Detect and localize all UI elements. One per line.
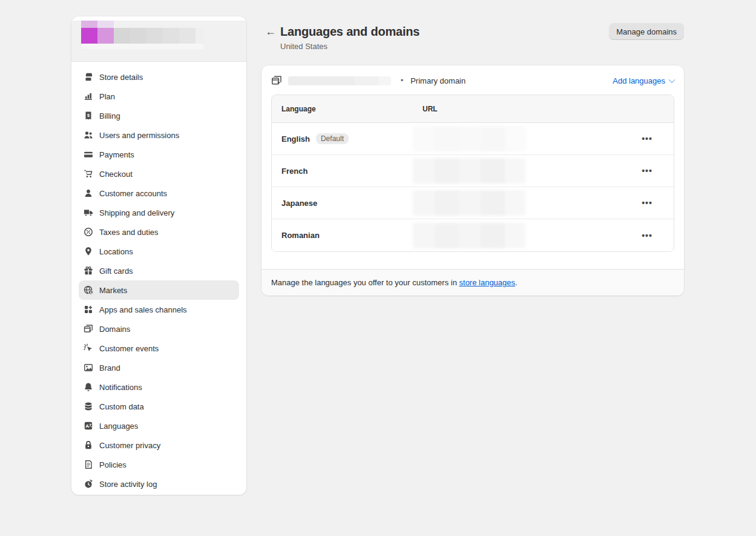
sidebar-item-label: Checkout xyxy=(99,170,133,179)
svg-text:A: A xyxy=(85,423,89,429)
sidebar-item-plan[interactable]: Plan xyxy=(79,87,239,106)
customer-privacy-icon xyxy=(84,440,93,450)
logo-pixel xyxy=(130,28,146,44)
sidebar-item-label: Shipping and delivery xyxy=(99,208,174,217)
url-redacted xyxy=(413,223,525,248)
url-cell xyxy=(413,126,635,151)
language-cell: Romanian xyxy=(272,231,413,240)
page-title: Languages and domains xyxy=(280,23,419,40)
sidebar-item-label: Gift cards xyxy=(99,266,133,276)
brand-icon xyxy=(84,363,93,372)
sidebar-item-label: Store details xyxy=(99,73,143,82)
sidebar-item-label: Billing xyxy=(99,111,120,121)
page: Store detailsPlan$BillingUsers and permi… xyxy=(0,0,756,536)
actions-cell: ••• xyxy=(635,165,674,176)
sidebar-item-store-activity-log[interactable]: Store activity log xyxy=(79,474,239,494)
sidebar-item-markets[interactable]: $Markets xyxy=(79,280,239,300)
back-button[interactable]: ← xyxy=(262,23,279,40)
users-and-permissions-icon xyxy=(84,130,93,140)
logo-pixel xyxy=(196,28,205,44)
sidebar-item-label: Customer events xyxy=(99,344,159,353)
column-header-language: Language xyxy=(272,105,413,113)
sidebar-item-billing[interactable]: $Billing xyxy=(79,106,239,125)
url-redacted xyxy=(413,190,525,216)
language-name: English xyxy=(281,134,310,144)
sidebar-item-shipping-and-delivery[interactable]: Shipping and delivery xyxy=(79,203,239,222)
sidebar-item-label: Policies xyxy=(99,460,127,469)
sidebar-item-label: Markets xyxy=(99,286,127,295)
sidebar-item-users-and-permissions[interactable]: Users and permissions xyxy=(79,125,239,145)
customer-events-icon xyxy=(84,343,93,353)
payments-icon xyxy=(84,150,93,159)
shipping-and-delivery-icon xyxy=(84,208,93,217)
add-languages-label: Add languages xyxy=(613,76,665,85)
sidebar-item-gift-cards[interactable]: Gift cards xyxy=(79,261,239,280)
logo-pixel xyxy=(81,44,203,49)
sidebar-item-label: Languages xyxy=(99,422,138,431)
add-languages-button[interactable]: Add languages xyxy=(613,76,674,85)
table-row: EnglishDefault••• xyxy=(272,123,674,155)
logo-pixel xyxy=(81,28,97,44)
sidebar-item-apps-and-sales-channels[interactable]: Apps and sales channels xyxy=(79,300,239,319)
checkout-icon xyxy=(84,169,93,179)
actions-cell: ••• xyxy=(635,230,674,241)
horizontal-dots-icon: ••• xyxy=(642,231,652,240)
url-redacted xyxy=(413,158,525,184)
actions-cell: ••• xyxy=(635,197,674,208)
sidebar-item-custom-data[interactable]: Custom data xyxy=(79,397,239,416)
table-header-row: Language URL xyxy=(272,95,674,123)
horizontal-dots-icon: ••• xyxy=(642,198,652,208)
manage-domains-button[interactable]: Manage domains xyxy=(609,23,684,40)
language-name: Romanian xyxy=(281,231,320,240)
back-arrow-icon: ← xyxy=(265,25,276,38)
sidebar-item-store-details[interactable]: Store details xyxy=(79,67,239,87)
sidebar-item-locations[interactable]: Locations xyxy=(79,242,239,261)
sidebar-item-label: Notifications xyxy=(99,383,142,392)
bullet-separator: • xyxy=(401,76,403,85)
sidebar-item-label: Customer privacy xyxy=(99,441,160,450)
plan-icon xyxy=(84,91,93,101)
sidebar-item-policies[interactable]: Policies xyxy=(79,455,239,474)
sidebar-item-payments[interactable]: Payments xyxy=(79,145,239,164)
sidebar-item-customer-accounts[interactable]: Customer accounts xyxy=(79,184,239,203)
sidebar-item-languages[interactable]: ALanguages xyxy=(79,416,239,435)
customer-accounts-icon xyxy=(84,188,93,198)
table-body: EnglishDefault•••French•••Japanese•••Rom… xyxy=(272,123,674,251)
row-actions-button[interactable]: ••• xyxy=(635,134,659,144)
table-row: Romanian••• xyxy=(272,219,674,251)
store-languages-link[interactable]: store languages xyxy=(459,278,516,287)
language-cell: French xyxy=(272,167,413,176)
sidebar-item-checkout[interactable]: Checkout xyxy=(79,164,239,184)
sidebar-item-brand[interactable]: Brand xyxy=(79,358,239,377)
sidebar-item-notifications[interactable]: Notifications xyxy=(79,377,239,397)
settings-sidebar: Store detailsPlan$BillingUsers and permi… xyxy=(71,16,246,495)
languages-icon: A xyxy=(84,421,93,431)
sidebar-item-customer-privacy[interactable]: Customer privacy xyxy=(79,435,239,455)
billing-icon: $ xyxy=(84,111,93,121)
horizontal-dots-icon: ••• xyxy=(642,134,652,144)
row-actions-button[interactable]: ••• xyxy=(635,231,659,240)
store-logo-redacted xyxy=(81,21,206,49)
sidebar-item-label: Domains xyxy=(99,325,130,334)
row-actions-button[interactable]: ••• xyxy=(635,198,659,208)
sidebar-item-label: Customer accounts xyxy=(99,189,167,198)
custom-data-icon xyxy=(84,402,93,411)
sidebar-item-customer-events[interactable]: Customer events xyxy=(79,339,239,358)
table-row: Japanese••• xyxy=(272,187,674,219)
logo-pixel xyxy=(146,28,163,44)
primary-domain-redacted xyxy=(288,76,391,85)
sidebar-item-label: Brand xyxy=(99,363,120,372)
page-subtitle: United States xyxy=(280,42,419,51)
store-activity-log-icon xyxy=(84,479,93,489)
sidebar-item-domains[interactable]: Domains xyxy=(79,319,239,339)
footer-text-period: . xyxy=(515,278,518,287)
row-actions-button[interactable]: ••• xyxy=(635,166,659,176)
policies-icon xyxy=(84,460,93,469)
language-cell: Japanese xyxy=(272,199,413,208)
notifications-icon xyxy=(84,382,93,392)
url-cell xyxy=(413,158,635,184)
logo-pixel xyxy=(97,21,114,28)
sidebar-item-taxes-and-duties[interactable]: Taxes and duties xyxy=(79,222,239,242)
sidebar-item-label: Store activity log xyxy=(99,480,157,489)
primary-domain-label: Primary domain xyxy=(410,76,465,85)
